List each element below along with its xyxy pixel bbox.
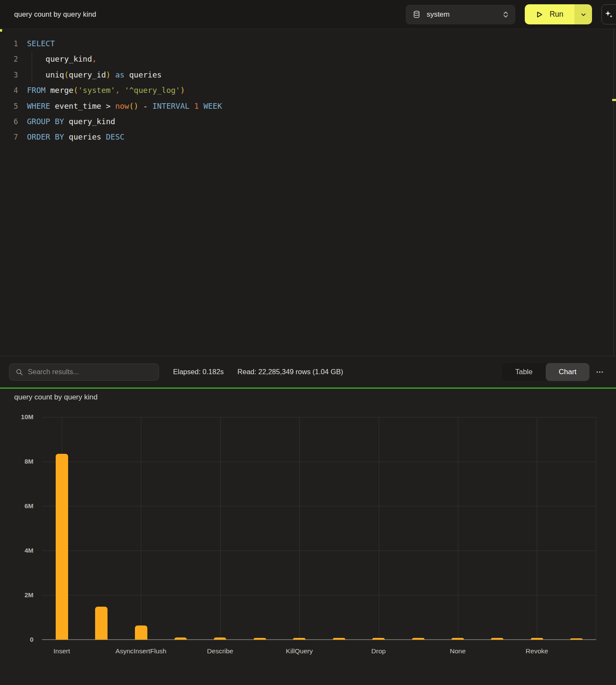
x-gridline (596, 417, 596, 640)
database-selector[interactable]: system (406, 5, 515, 24)
y-axis-label: 6M (3, 502, 33, 509)
search-input[interactable] (28, 368, 144, 376)
x-axis-label: Insert (23, 647, 100, 655)
bar-series-11[interactable] (491, 638, 503, 640)
read-stat: Read: 22,285,349 rows (1.04 GB) (237, 368, 343, 376)
overview-ruler-mark (612, 99, 616, 101)
bar-None[interactable] (452, 638, 464, 640)
chart-title: query count by query kind (14, 393, 98, 402)
x-gridline (458, 417, 458, 640)
bar-series-1[interactable] (95, 607, 108, 640)
results-toolbar: Elapsed: 0.182s Read: 22,285,349 rows (1… (0, 356, 616, 387)
x-axis-label: None (419, 647, 496, 655)
sql-console-app: query count by query kind system (0, 0, 616, 685)
database-icon (413, 10, 421, 18)
bar-series-9[interactable] (412, 638, 425, 640)
code-line[interactable]: 1SELECT (0, 36, 616, 51)
y-axis-label: 4M (3, 547, 33, 554)
bar-Describe[interactable] (214, 637, 226, 640)
bar-series-5[interactable] (254, 638, 266, 640)
y-gridline (42, 551, 596, 551)
tab-chart[interactable]: Chart (546, 363, 589, 381)
elapsed-stat: Elapsed: 0.182s (173, 368, 224, 376)
y-gridline (42, 595, 596, 596)
sparkle-icon (604, 10, 613, 19)
y-gridline (42, 462, 596, 462)
query-title: query count by query kind (14, 10, 96, 18)
bar-series-3[interactable] (174, 637, 187, 640)
gutter-modified-mark (0, 29, 2, 32)
line-number: 5 (0, 98, 21, 114)
x-axis-line (42, 639, 596, 640)
chevron-down-icon (580, 11, 587, 18)
x-gridline (141, 417, 141, 640)
y-axis-label: 2M (3, 591, 33, 599)
header-actions: system Run (406, 4, 609, 24)
play-icon (535, 10, 544, 19)
more-options-button[interactable] (592, 363, 607, 381)
line-number: 1 (0, 36, 21, 51)
query-stats: Elapsed: 0.182s Read: 22,285,349 rows (1… (173, 368, 343, 376)
chevron-updown-icon (502, 10, 509, 19)
line-number: 2 (0, 51, 21, 67)
code-area: 1SELECT2 query_kind,3 uniq(query_id) as … (0, 36, 616, 145)
code-line[interactable]: 2 query_kind, (0, 51, 616, 67)
view-toggle: Table Chart (502, 363, 589, 381)
tab-table[interactable]: Table (502, 363, 546, 381)
bar-KillQuery[interactable] (293, 638, 305, 640)
y-gridline (42, 506, 596, 506)
x-gridline (299, 417, 300, 640)
x-axis-label: Drop (340, 647, 417, 655)
bar-series-13[interactable] (570, 638, 583, 640)
x-gridline (379, 417, 379, 640)
chart-panel: query count by query kind 02M4M6M8M10MIn… (0, 389, 616, 685)
line-number: 6 (0, 114, 21, 129)
header: query count by query kind system (0, 0, 616, 29)
bar-series-7[interactable] (333, 638, 345, 640)
bar-Revoke[interactable] (531, 638, 543, 640)
run-label: Run (550, 10, 563, 19)
search-icon (15, 368, 23, 376)
run-button[interactable]: Run (525, 4, 574, 24)
indent-guide (32, 52, 32, 83)
ellipsis-icon (595, 368, 604, 376)
code-line[interactable]: 7ORDER BY queries DESC (0, 129, 616, 145)
code-line[interactable]: 5WHERE event_time > now() - INTERVAL 1 W… (0, 98, 616, 114)
editor-scrollbar[interactable] (613, 29, 614, 356)
y-gridline (42, 417, 596, 417)
x-axis-label: AsyncInsertFlush (102, 647, 179, 655)
code-line[interactable]: 6GROUP BY query_kind (0, 114, 616, 129)
y-axis-label: 0 (3, 636, 33, 643)
code-line[interactable]: 3 uniq(query_id) as queries (0, 67, 616, 83)
x-axis-label: KillQuery (261, 647, 338, 655)
bar-AsyncInsertFlush[interactable] (135, 625, 147, 640)
line-number: 4 (0, 83, 21, 98)
x-axis-label: Describe (182, 647, 259, 655)
ai-assist-button[interactable] (601, 4, 616, 24)
run-split-button: Run (525, 4, 592, 24)
bar-Drop[interactable] (372, 638, 385, 640)
search-box (9, 363, 159, 381)
database-value: system (427, 10, 450, 19)
x-gridline (220, 417, 221, 640)
bar-Insert[interactable] (56, 454, 68, 640)
x-gridline (537, 417, 537, 640)
sql-editor[interactable]: 1SELECT2 query_kind,3 uniq(query_id) as … (0, 29, 616, 356)
line-number: 7 (0, 129, 21, 145)
code-line[interactable]: 4FROM merge('system', '^query_log') (0, 83, 616, 98)
run-options-button[interactable] (574, 4, 592, 24)
line-number: 3 (0, 67, 21, 83)
y-axis-label: 8M (3, 458, 33, 465)
x-axis-label: Revoke (498, 647, 575, 655)
chart-plot (42, 417, 596, 640)
y-axis-label: 10M (3, 413, 33, 420)
